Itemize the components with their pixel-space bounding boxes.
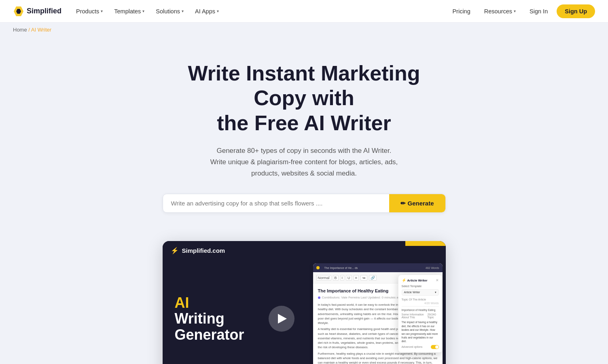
video-section: ⚡ Simplified.com AI Writing Generator Th… — [0, 241, 608, 364]
ai-topic-count: 4/20 Words — [402, 302, 439, 305]
search-input[interactable] — [163, 194, 390, 212]
dropdown-chevron-icon: ▾ — [435, 291, 436, 294]
ai-article-writer-panel: ⚡ Article Writer ✕ Select Template Artic… — [398, 275, 443, 353]
format-link[interactable]: 🔗 — [369, 275, 377, 281]
advanced-options-row: Advanced options — [402, 345, 439, 349]
nav-right: Pricing Resources ▾ Sign In Sign Up — [447, 4, 595, 18]
ai-panel-title: ⚡ Article Writer — [402, 278, 428, 282]
nav-resources[interactable]: Resources ▾ — [479, 5, 521, 18]
yellow-accent — [405, 241, 446, 246]
video-logo-icon: ⚡ — [171, 247, 179, 254]
video-top-bar: ⚡ Simplified.com — [163, 241, 446, 260]
toolbar-dot — [316, 266, 320, 269]
chevron-down-icon: ▾ — [217, 9, 219, 13]
ai-topic-value: Importance of Healthy Eating — [402, 306, 439, 312]
search-bar: ✏ Generate — [163, 194, 446, 213]
ai-select-label: Select Template — [402, 285, 439, 288]
nav-item-solutions[interactable]: Solutions ▾ — [151, 5, 189, 18]
advanced-options-toggle[interactable] — [431, 345, 439, 349]
meta-dot — [318, 296, 320, 299]
chevron-down-icon: ▾ — [514, 9, 516, 13]
logo-text: Simplified — [27, 7, 61, 15]
advanced-options-label: Advanced options — [402, 345, 423, 348]
video-logo-text: Simplified.com — [182, 247, 225, 254]
navbar: Simplified Products ▾ Templates ▾ Soluti… — [0, 0, 608, 23]
ai-panel-close-icon[interactable]: ✕ — [436, 278, 439, 282]
logo[interactable]: Simplified — [13, 6, 61, 17]
chevron-down-icon: ▾ — [182, 9, 184, 13]
breadcrumb: Home / AI Writer — [0, 23, 608, 37]
ai-topic-label: Topic Of The Article — [402, 298, 439, 301]
format-list[interactable]: ≔ — [360, 275, 367, 281]
nav-item-templates[interactable]: Templates ▾ — [109, 5, 149, 18]
hero-description: Generate 80+ types of copy in seconds wi… — [191, 145, 417, 179]
nav-item-products[interactable]: Products ▾ — [71, 5, 108, 18]
play-icon — [278, 314, 287, 324]
ai-info-section: Some Information About This 29/240 Topic — [402, 313, 439, 319]
logo-icon — [13, 6, 24, 17]
breadcrumb-home[interactable]: Home — [13, 27, 27, 33]
video-doc-panel: The Importance of He... ds 482 Words Nor… — [313, 263, 443, 364]
play-button[interactable] — [269, 306, 294, 332]
video-container: ⚡ Simplified.com AI Writing Generator Th… — [163, 241, 446, 364]
nav-signin[interactable]: Sign In — [524, 5, 553, 18]
word-count-badge: 482 Words — [426, 267, 439, 269]
video-toolbar: The Importance of He... ds 482 Words — [313, 263, 443, 272]
ai-template-dropdown[interactable]: Article Writer ▾ — [402, 289, 439, 296]
format-italic[interactable]: I — [340, 275, 345, 281]
nav-signup-button[interactable]: Sign Up — [557, 4, 595, 18]
lightning-icon: ⚡ — [402, 278, 406, 282]
hero-section: Write Instant Marketing Copy with the Fr… — [0, 37, 608, 241]
doc-paragraph-3: Furthermore, healthy eating plays a cruc… — [318, 351, 438, 364]
video-content: AI Writing Generator The Importance of H… — [163, 260, 446, 364]
toolbar-title-text: The Importance of He... ds — [324, 267, 358, 269]
format-normal[interactable]: Normal — [316, 275, 331, 281]
chevron-down-icon: ▾ — [142, 9, 144, 13]
nav-pricing[interactable]: Pricing — [447, 5, 476, 18]
hero-title: Write Instant Marketing Copy with the Fr… — [163, 61, 446, 135]
chevron-down-icon: ▾ — [101, 9, 103, 13]
ai-info-text: The impact of having a healthy diet, the… — [402, 320, 439, 343]
format-bold[interactable]: B — [333, 275, 339, 281]
nav-item-ai-apps[interactable]: AI Apps ▾ — [190, 5, 224, 18]
format-underline[interactable]: U — [346, 275, 352, 281]
format-align[interactable]: ≡ — [354, 275, 359, 281]
nav-links: Products ▾ Templates ▾ Solutions ▾ AI Ap… — [71, 5, 447, 18]
toggle-ball — [435, 345, 439, 349]
generate-button[interactable]: ✏ Generate — [389, 194, 445, 212]
ai-panel-header: ⚡ Article Writer ✕ — [402, 278, 439, 282]
breadcrumb-current: AI Writer — [31, 27, 51, 33]
